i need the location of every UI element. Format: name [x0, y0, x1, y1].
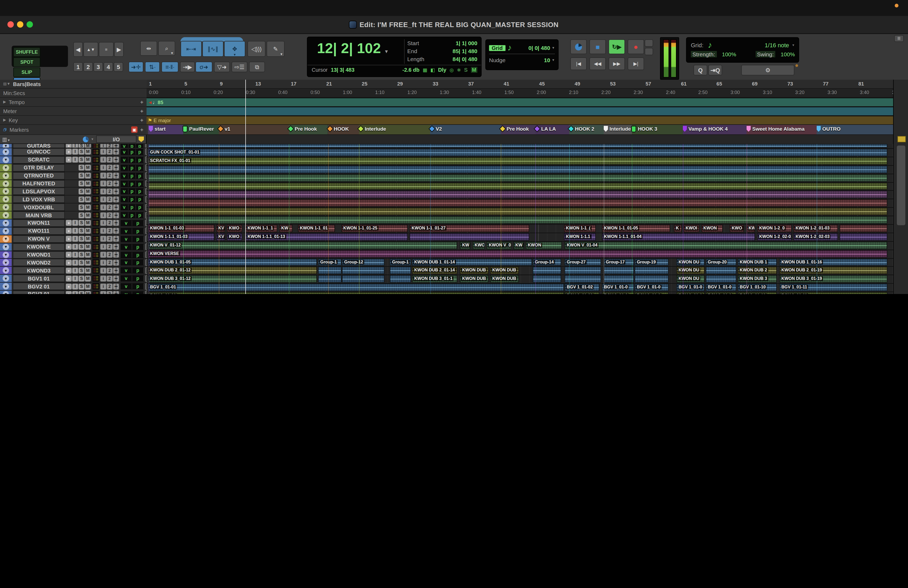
automation-letter[interactable]: p — [136, 213, 144, 218]
audio-clip[interactable]: K — [674, 225, 682, 232]
record-enable-button[interactable]: ● — [66, 149, 72, 155]
solo-button[interactable]: S — [79, 165, 84, 171]
marker-label[interactable]: Pre Hook — [295, 126, 317, 132]
mode-spot[interactable]: SPOT — [13, 57, 40, 67]
audio-clip[interactable]: KWON DUB 2_01-14 — [412, 267, 457, 274]
play-button[interactable]: ↻▶ — [609, 39, 625, 54]
automation-letter[interactable]: p — [136, 205, 144, 210]
insertion-to-clip-button[interactable]: ⇨☰ — [232, 61, 248, 72]
lane-kwo111[interactable]: KWON 1-1.1_01-03KVKWOKWON 1-1.1_01-13KWO… — [147, 233, 893, 242]
track-color-tab[interactable]: ▼ — [0, 235, 12, 243]
automation-letter[interactable]: v — [121, 213, 128, 218]
mute-button[interactable]: M — [85, 144, 91, 148]
audio-clip[interactable]: KV — [216, 233, 225, 241]
automation-letter[interactable]: p — [136, 144, 144, 148]
mute-button[interactable]: M — [85, 252, 91, 258]
automation-letter[interactable]: p — [128, 205, 136, 210]
audio-clip-unlabeled[interactable] — [533, 267, 561, 274]
automation-letter[interactable]: p — [128, 181, 136, 186]
audio-clip[interactable]: KWON 1-2_02-03 — [794, 233, 838, 241]
automation-letter[interactable]: v — [121, 252, 132, 257]
automation-letter[interactable]: v — [121, 157, 128, 163]
zoom-in-arrow[interactable]: ▶ — [114, 42, 124, 57]
vertical-scrollbar[interactable]: ▲ ▼ — [893, 80, 908, 294]
automation-letter[interactable]: p — [132, 236, 144, 242]
audio-clip-unlabeled[interactable] — [565, 267, 601, 274]
io-view-label[interactable]: I/O — [96, 135, 137, 143]
track-collapse-chevron[interactable]: ▼ — [3, 188, 9, 195]
zoom-preset-4[interactable]: 4 — [103, 62, 113, 72]
minsec-ruler[interactable]: 0:000:100:200:300:400:501:001:101:201:30… — [147, 89, 893, 98]
record-enable-button[interactable]: ● — [66, 228, 72, 234]
instrument-button[interactable]: i — [100, 252, 106, 258]
audio-clip[interactable]: BGV 1_01-10 — [737, 284, 777, 292]
automation-letter[interactable]: v — [121, 292, 132, 294]
mute-button[interactable]: M — [85, 172, 91, 179]
audio-clip[interactable]: KWON DUB — [460, 267, 488, 274]
automation-letter[interactable]: p — [136, 157, 144, 163]
lane-kwond2[interactable]: KWON DUB 2_01-12KWON DUB 2_01-14KWON DUB… — [147, 267, 893, 275]
automation-letter[interactable]: v — [121, 284, 132, 289]
voice-button[interactable]: 2 — [107, 220, 113, 226]
solo-button[interactable]: S — [79, 244, 84, 250]
audio-clip[interactable]: KW — [513, 242, 524, 249]
input-monitor-button[interactable]: I — [72, 260, 78, 266]
voice-button[interactable]: 2 — [107, 284, 113, 289]
automation-letter[interactable]: v — [121, 205, 128, 210]
mode-slip[interactable]: SLIP — [13, 68, 40, 77]
instrument-button[interactable]: i — [100, 165, 106, 171]
instrument-button[interactable]: i — [100, 268, 106, 274]
lane-kwond1[interactable]: KWON DUB 1_01-05Group-1Group-12Group-1KW… — [147, 258, 893, 267]
track-row-kwon-v[interactable]: ▼KWON V●ISMi2┿vp▣ — [0, 235, 147, 243]
marker-label[interactable]: Pre Hook — [507, 126, 529, 132]
audio-clip[interactable]: KWON DUB 2_01-12 — [148, 267, 317, 274]
audio-clip[interactable]: KWO — [729, 225, 744, 232]
record-button[interactable]: ● — [628, 39, 644, 54]
solo-button[interactable]: S — [79, 252, 84, 258]
solo-button[interactable]: S — [79, 236, 84, 242]
voice-button[interactable]: 2 — [107, 180, 113, 187]
audio-clip[interactable]: KWON DUB 3_01-19 — [779, 275, 887, 283]
lane-kwon-v[interactable]: KWON V_01-12KWKWOKWON V_01-0KWKWONKWON V… — [147, 242, 893, 250]
audio-clip[interactable]: BGV 2_01-0 — [706, 292, 737, 294]
fast-forward-button[interactable]: ▶▶ — [609, 57, 625, 70]
audio-clip-unlabeled[interactable] — [148, 200, 887, 207]
audio-clip[interactable]: KV — [216, 225, 225, 232]
mute-button[interactable]: M — [85, 212, 91, 218]
session-setup-gear-button[interactable]: ⚙ — [741, 65, 794, 76]
zoom-preset-1[interactable]: 1 — [73, 62, 83, 72]
automation-letter[interactable]: p — [132, 292, 144, 294]
star-icon[interactable]: ✱ — [457, 67, 461, 72]
track-height-button[interactable]: ≡ — [99, 42, 114, 57]
fader-icon[interactable]: ┿ — [113, 252, 119, 258]
track-name[interactable]: HALFNOTED — [13, 180, 65, 187]
solo-button[interactable]: S — [79, 220, 84, 226]
record-enable-button[interactable]: ● — [66, 292, 72, 294]
marker-label[interactable]: Interlude 2 — [610, 126, 635, 132]
audio-clip[interactable]: KWON DU — [676, 275, 705, 283]
audio-clip[interactable]: KW — [460, 242, 471, 249]
track-collapse-chevron[interactable]: ▼ — [3, 220, 9, 226]
automation-letter[interactable]: v — [121, 173, 128, 178]
track-name[interactable]: KWOND1 — [13, 251, 65, 258]
audio-clip[interactable]: BGV 2_01-02 — [565, 292, 599, 294]
track-row-ld-vox-vrb[interactable]: ▼LD VOX VRBSMi2┿vpp▣ — [0, 196, 147, 204]
waveform-zoom-button[interactable]: ▲▼ — [84, 42, 98, 57]
automation-letter[interactable]: p — [132, 244, 144, 250]
voice-button[interactable]: 2 — [107, 212, 113, 218]
grid-mode-button[interactable]: Grid — [489, 45, 505, 51]
audio-clip-unlabeled[interactable] — [148, 166, 887, 173]
marker-label[interactable]: HOOK 2 — [575, 126, 594, 132]
marker-label[interactable]: LA LA — [541, 126, 556, 132]
audio-clip[interactable]: BGV 1_01-0 — [602, 284, 634, 292]
track-collapse-chevron[interactable]: ▼ — [3, 204, 9, 210]
track-collapse-chevron[interactable]: ▼ — [3, 291, 9, 294]
automation-letter[interactable]: p — [128, 165, 136, 170]
audio-clip[interactable]: BGV 2_01-11 — [779, 292, 887, 294]
toolbar-options-icon[interactable]: ☰ — [894, 35, 904, 42]
track-name[interactable]: BGV2 01 — [13, 283, 65, 290]
track-row-kwo111[interactable]: ▼KWO111●ISMi2┿vp▣ — [0, 227, 147, 235]
mute-indicator[interactable]: M — [471, 67, 477, 73]
audio-clip[interactable]: BGV 1_01-02 — [565, 284, 599, 292]
audio-clip[interactable]: KWON 1-1_1 — [245, 225, 277, 232]
